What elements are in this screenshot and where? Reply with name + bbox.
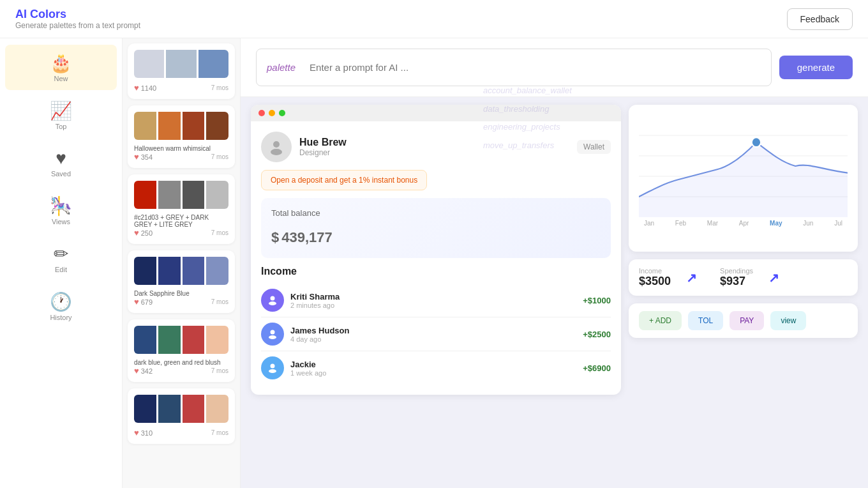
heart-icon-3: ♥ (134, 297, 139, 307)
income-time-1: 4 day ago (290, 335, 583, 343)
palette-card-1[interactable]: Halloween warm whimsical ♥ 354 7 mos (128, 105, 235, 168)
income-amount-0: +$1000 (583, 296, 611, 305)
palette-likes-2: ♥ 250 (134, 228, 153, 238)
user-avatar (261, 132, 292, 162)
trend-up-icon-2: ↗ (763, 270, 784, 286)
palette-name-2: #c21d03 + GREY + DARK GREY + LITE GREY (134, 214, 228, 228)
user-info: Hue Brew Designer (299, 137, 347, 157)
sidebar-label-history: History (50, 314, 71, 321)
income-stat-value: $3500 (639, 275, 671, 288)
palette-time-1: 7 mos (211, 153, 228, 160)
palette-likes-0: ♥ 1140 (134, 83, 156, 93)
view-button[interactable]: view (770, 311, 806, 330)
dashboard-area: Hue Brew Designer Wallet Open a deposit … (241, 97, 868, 402)
palette-card-5[interactable]: ♥ 310 7 mos (128, 388, 235, 444)
stat-income: Income $3500 (639, 267, 671, 288)
stats-row: Income $3500 ↗ Spendings $937 ↗ (629, 259, 858, 296)
favorite-icon: ♥ (56, 148, 66, 169)
pay-button[interactable]: PAY (730, 311, 764, 330)
main-content: palette generate (241, 38, 868, 488)
minimize-dot (269, 110, 275, 116)
sidebar-item-edit[interactable]: ✏ Edit (5, 236, 117, 281)
palette-name-4: dark blue, green and red blush (134, 359, 228, 366)
income-info-1: James Hudson 4 day ago (290, 326, 583, 343)
chart-month-jun: Jun (803, 220, 813, 227)
sidebar-item-top[interactable]: 📈 Top (5, 93, 117, 138)
income-section: Income Kriti Sharma 2 minutes ago +$1000 (261, 266, 611, 385)
svg-point-0 (273, 141, 280, 148)
sidebar-label-saved: Saved (51, 170, 71, 178)
tol-button[interactable]: TOL (688, 311, 723, 330)
palette-name-3: Dark Sapphire Blue (134, 290, 228, 297)
balance-card: Total balance $439,177 (261, 198, 611, 258)
likes-count-5: 310 (141, 429, 153, 437)
palette-likes-3: ♥ 679 (134, 297, 153, 307)
svg-point-3 (269, 301, 276, 305)
trend-up-icon-1: ↗ (681, 270, 702, 286)
income-info-2: Jackie 1 week ago (290, 360, 583, 377)
heart-icon-2: ♥ (134, 228, 139, 238)
income-time-0: 2 minutes ago (290, 301, 583, 309)
maximize-dot (279, 110, 285, 116)
feedback-button[interactable]: Feedback (787, 8, 853, 30)
palette-time-4: 7 mos (211, 367, 228, 374)
wallet-tab-label[interactable]: Wallet (577, 140, 611, 154)
chart-svg (639, 115, 848, 217)
sidebar-label-new: New (54, 75, 68, 82)
generate-button[interactable]: generate (779, 56, 853, 79)
palette-card-3[interactable]: Dark Sapphire Blue ♥ 679 7 mos (128, 250, 235, 313)
user-role: Designer (299, 148, 347, 157)
palette-card-0[interactable]: ♥ 1140 7 mos (128, 43, 235, 99)
sidebar-label-top: Top (56, 123, 67, 130)
heart-icon-5: ♥ (134, 428, 139, 438)
income-stat-label: Income (639, 267, 671, 275)
svg-point-1 (271, 149, 282, 155)
palette-likes-1: ♥ 354 (134, 152, 153, 162)
wallet-card: Hue Brew Designer Wallet Open a deposit … (251, 105, 621, 395)
chart-month-feb: Feb (675, 220, 686, 227)
palette-time-3: 7 mos (211, 298, 228, 305)
cake-icon: 🎂 (50, 52, 72, 73)
income-title: Income (261, 266, 611, 277)
sidebar-label-views: Views (52, 218, 70, 225)
likes-count-4: 342 (141, 367, 153, 375)
sidebar-item-new[interactable]: 🎂 New (5, 45, 117, 90)
balance-value: 439,177 (281, 229, 333, 245)
edit-icon: ✏ (54, 243, 68, 264)
prompt-input[interactable] (299, 56, 761, 79)
chart-month-jan: Jan (644, 220, 654, 227)
palette-card-2[interactable]: #c21d03 + GREY + DARK GREY + LITE GREY ♥… (128, 174, 235, 244)
likes-count-3: 679 (141, 298, 153, 306)
trending-up-icon: 📈 (50, 100, 72, 121)
palette-card-4[interactable]: dark blue, green and red blush ♥ 342 7 m… (128, 319, 235, 382)
prompt-bar: palette generate (241, 38, 868, 97)
chart-month-apr: Apr (739, 220, 749, 227)
chart-month-may: May (770, 220, 782, 227)
svg-point-5 (269, 335, 276, 339)
app-title: AI Colors (15, 8, 140, 21)
heart-icon-0: ♥ (134, 83, 139, 93)
header-left: AI Colors Generate palettes from a text … (15, 8, 140, 30)
svg-point-4 (271, 330, 275, 335)
income-name-0: Kriti Sharma (290, 292, 583, 301)
palette-likes-4: ♥ 342 (134, 366, 153, 376)
browser-content: Hue Brew Designer Wallet Open a deposit … (251, 121, 621, 395)
income-amount-2: +$6900 (583, 363, 611, 373)
close-dot (258, 110, 265, 116)
action-buttons-row: + ADD TOL PAY view (629, 303, 858, 338)
income-row-2: Jackie 1 week ago +$6900 (261, 351, 611, 385)
sidebar-item-saved[interactable]: ♥ Saved (5, 141, 117, 185)
balance-label: Total balance (271, 208, 601, 218)
deposit-banner[interactable]: Open a deposit and get a 1% instant bonu… (261, 170, 427, 190)
layout: 🎂 New 📈 Top ♥ Saved 🎠 Views ✏ Edit 🕐 His… (0, 0, 868, 488)
svg-point-2 (271, 296, 275, 301)
income-avatar-0 (261, 289, 284, 312)
add-button[interactable]: + ADD (639, 311, 682, 330)
income-row-1: James Hudson 4 day ago +$2500 (261, 317, 611, 351)
app-subtitle: Generate palettes from a text prompt (15, 21, 140, 30)
sidebar-item-views[interactable]: 🎠 Views (5, 188, 117, 233)
sidebar-item-history[interactable]: 🕐 History (5, 284, 117, 329)
income-row-0: Kriti Sharma 2 minutes ago +$1000 (261, 284, 611, 317)
balance-amount: $439,177 (271, 220, 601, 248)
income-amount-1: +$2500 (583, 330, 611, 339)
